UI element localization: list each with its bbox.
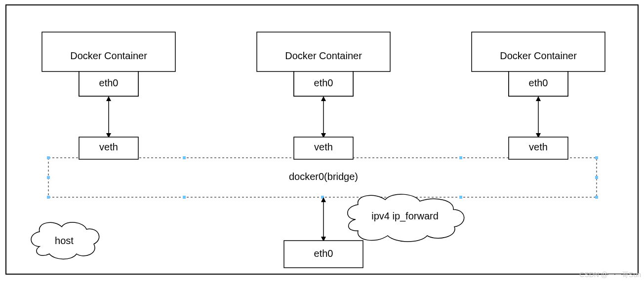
host-cloud-label: host: [55, 235, 74, 246]
svg-rect-15: [595, 196, 598, 199]
eth0-label-3: eth0: [529, 77, 548, 88]
svg-rect-9: [47, 176, 50, 179]
docker-network-diagram: Docker Container eth0 Docker Container e…: [0, 0, 644, 283]
host-eth0-box: eth0: [284, 241, 363, 268]
svg-rect-13: [321, 196, 324, 199]
svg-rect-4: [47, 156, 50, 159]
veth-label-2: veth: [314, 142, 333, 152]
host-eth0-label: eth0: [314, 248, 333, 259]
container-label-1: Docker Container: [70, 50, 147, 61]
docker-container-2: Docker Container eth0: [257, 32, 390, 96]
ip-forward-label: ipv4 ip_forward: [371, 211, 439, 222]
ip-forward-cloud: ipv4 ip_forward: [348, 194, 464, 242]
veth-box-3: veth: [509, 137, 568, 159]
docker-container-3: Docker Container eth0: [472, 32, 605, 96]
bridge-label: docker0(bridge): [289, 171, 358, 182]
svg-rect-5: [183, 156, 186, 159]
bridge-docker0: docker0(bridge): [47, 156, 598, 199]
eth0-label-1: eth0: [99, 77, 119, 88]
svg-rect-14: [459, 196, 462, 199]
veth-box-2: veth: [294, 137, 353, 159]
watermark: CSDN @一一哥Sun: [579, 271, 641, 279]
svg-rect-10: [595, 176, 598, 179]
svg-rect-7: [459, 156, 462, 159]
veth-label-3: veth: [529, 142, 548, 152]
svg-rect-12: [183, 196, 186, 199]
veth-box-1: veth: [79, 137, 138, 159]
veth-label-1: veth: [99, 142, 118, 152]
svg-rect-11: [47, 196, 50, 199]
eth0-label-2: eth0: [314, 77, 333, 88]
container-label-2: Docker Container: [285, 50, 362, 61]
container-label-3: Docker Container: [500, 50, 577, 61]
host-cloud: host: [31, 222, 99, 259]
svg-rect-8: [595, 156, 598, 159]
docker-container-1: Docker Container eth0: [42, 32, 175, 96]
